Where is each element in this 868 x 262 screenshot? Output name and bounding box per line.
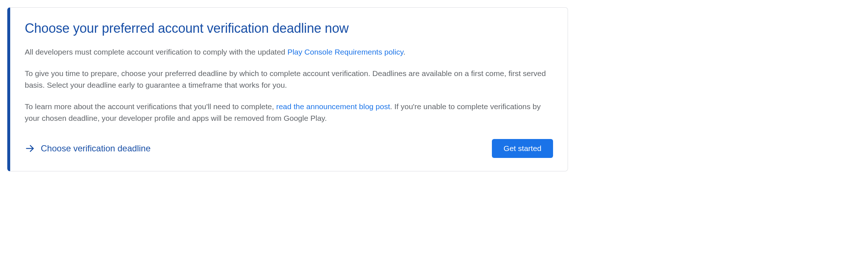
card-footer: Choose verification deadline Get started (25, 139, 553, 158)
arrow-right-icon (25, 143, 35, 154)
para1-prefix-text: All developers must complete account ver… (25, 48, 287, 56)
card-paragraph-3: To learn more about the account verifica… (25, 101, 553, 124)
card-title: Choose your preferred account verificati… (25, 21, 553, 36)
card-paragraph-2: To give you time to prepare, choose your… (25, 68, 553, 91)
card-body: All developers must complete account ver… (25, 46, 553, 124)
para3-prefix-text: To learn more about the account verifica… (25, 102, 276, 111)
choose-verification-deadline-link[interactable]: Choose verification deadline (25, 143, 151, 154)
action-link-label: Choose verification deadline (41, 143, 151, 154)
get-started-button[interactable]: Get started (492, 139, 553, 158)
play-console-requirements-policy-link[interactable]: Play Console Requirements policy (287, 48, 403, 56)
announcement-blog-post-link[interactable]: read the announcement blog post (276, 102, 390, 111)
para1-suffix-text: . (403, 48, 406, 56)
verification-deadline-card: Choose your preferred account verificati… (7, 7, 568, 171)
card-paragraph-1: All developers must complete account ver… (25, 46, 553, 58)
